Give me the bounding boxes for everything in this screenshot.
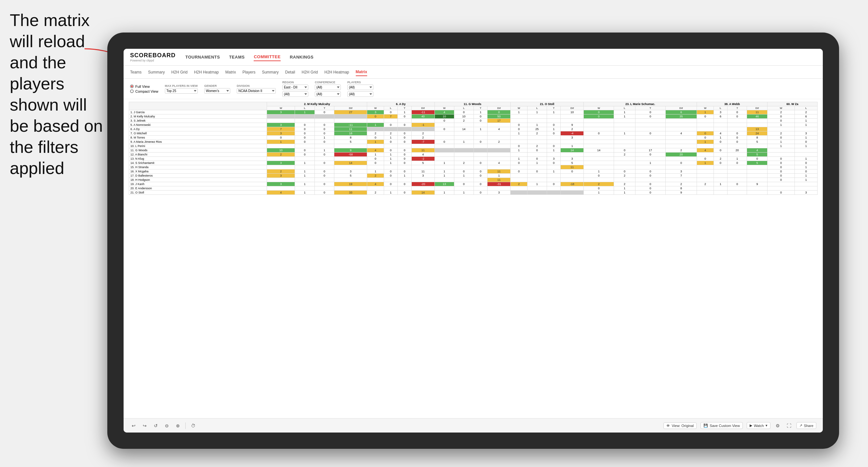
filter-players: Players (All) (All): [347, 81, 373, 97]
region-select[interactable]: East - DII: [282, 85, 308, 90]
nav-tournaments[interactable]: TOURNAMENTS: [185, 53, 220, 61]
matrix-table: 2. M Kelly Mulcahy 6. A Dy 11. G Woods 2…: [129, 102, 817, 195]
table-row: 9. A Maria Jimenez Rios 1005 100-7 0102 …: [129, 140, 817, 144]
filter-gender: Gender Women's: [204, 84, 230, 94]
col-group-mulcahy: 2. M Kelly Mulcahy: [267, 102, 367, 106]
zoom-in-button[interactable]: ⊕: [174, 422, 182, 429]
players-sub-select[interactable]: (All): [347, 91, 373, 97]
subnav-h2h-heatmap1[interactable]: H2H Heatmap: [194, 69, 219, 76]
table-row: 13. N Klug 010-2 1033 0210 01: [129, 157, 817, 161]
sh-dif4: Dif: [561, 106, 584, 110]
region-sub-select[interactable]: (All): [282, 91, 308, 97]
nav-rankings[interactable]: RANKINGS: [290, 53, 313, 61]
fullscreen-icon[interactable]: ⛶: [785, 422, 793, 429]
table-row: 11. G Woods 10019 40011 10114 140172 402…: [129, 148, 817, 153]
tablet-screen: SCOREBOARD Powered by clippd TOURNAMENTS…: [124, 49, 823, 433]
table-row: 20. E Andersson 0108: [129, 186, 817, 191]
watch-button[interactable]: ▶ Watch ▾: [747, 422, 770, 429]
compact-view-dot: [130, 89, 134, 93]
table-row: 7. O Mitchell 30018 2202 120-4 0104 0402…: [129, 131, 817, 135]
table-row: 18. H Hodgson 11 01: [129, 178, 817, 182]
nav-items: TOURNAMENTS TEAMS COMMITTEE RANKINGS: [185, 53, 313, 61]
sh-w1: W: [267, 106, 295, 110]
sub-nav: Teams Summary H2H Grid H2H Heatmap Matri…: [124, 66, 823, 79]
col-group-ady: 6. A Dy: [367, 102, 434, 106]
redo-button[interactable]: ↪: [141, 422, 148, 429]
table-row: 3. S Jelinek 02017 01: [129, 119, 817, 123]
compact-view-radio[interactable]: Compact View: [130, 89, 158, 93]
refresh-button[interactable]: ↺: [152, 422, 159, 429]
table-row: 1. J Garcia 31027 301-11 4010 11110 0106…: [129, 110, 817, 115]
col-group-webb: 38. A Webb: [697, 102, 768, 106]
gender-select[interactable]: Women's: [204, 88, 230, 94]
subnav-matrix2[interactable]: Matrix: [356, 68, 367, 76]
subnav-h2h-grid1[interactable]: H2H Grid: [172, 69, 188, 76]
nav-teams[interactable]: TEAMS: [229, 53, 245, 61]
subnav-teams[interactable]: Teams: [130, 69, 142, 76]
region-label: Region: [282, 81, 308, 84]
zoom-out-button[interactable]: ⊖: [163, 422, 170, 429]
table-row: 17. D Ballesteros 3105 2013 1101 0207 01: [129, 174, 817, 178]
share-icon: ↗: [799, 424, 802, 428]
conference-select[interactable]: (All): [315, 85, 341, 90]
players-select[interactable]: (All): [347, 85, 373, 90]
subnav-players[interactable]: Players: [242, 69, 255, 76]
full-view-radio[interactable]: Full View: [130, 85, 158, 89]
gender-label: Gender: [204, 84, 230, 88]
sh-t3: T: [473, 106, 488, 110]
share-label: Share: [804, 424, 813, 428]
share-button[interactable]: ↗ Share: [797, 422, 816, 429]
table-row: 6. A Dy 70011 01414 02512 13: [129, 127, 817, 131]
sh-l7: L: [795, 106, 817, 110]
sh-t2: T: [398, 106, 412, 110]
watch-icon: ▶: [750, 424, 752, 428]
sh-t4: T: [547, 106, 561, 110]
sh-w2: W: [367, 106, 384, 110]
filter-division: Division NCAA Division II: [237, 84, 276, 94]
undo-button[interactable]: ↩: [130, 422, 137, 429]
sh-dif3: Dif: [488, 106, 510, 110]
filter-conference: Conference (All) (All): [315, 81, 341, 97]
sh-l1: L: [295, 106, 315, 110]
settings-icon[interactable]: ⚙: [774, 422, 781, 429]
col-group-woods: 11. G Woods: [434, 102, 510, 106]
view-original-button[interactable]: 👁 View: Original: [663, 423, 696, 429]
subnav-summary1[interactable]: Summary: [148, 69, 164, 76]
matrix-wrapper: 2. M Kelly Mulcahy 6. A Dy 11. G Woods 2…: [124, 99, 823, 197]
conference-sub-select[interactable]: (All): [315, 91, 341, 97]
col-group-stoll: 21. O Stoll: [510, 102, 584, 106]
logo-sub: Powered by clippd: [130, 59, 176, 62]
sh-l6: L: [714, 106, 727, 110]
table-row: 14. S Srichantamit 31014 0105 1204 0105 …: [129, 161, 817, 165]
watch-label: Watch: [754, 424, 764, 428]
subnav-summary2[interactable]: Summary: [262, 69, 278, 76]
sh-w4: W: [510, 106, 527, 110]
nav-committee[interactable]: COMMITTEE: [254, 53, 281, 61]
subnav-h2h-heatmap2[interactable]: H2H Heatmap: [324, 69, 349, 76]
subnav-detail[interactable]: Detail: [285, 69, 295, 76]
table-row: 16. X Mcgaha 2103 10011 10011 0010 1003 …: [129, 169, 817, 174]
sh-dif1: Dif: [334, 106, 367, 110]
main-content: 2. M Kelly Mulcahy 6. A Dy 11. G Woods 2…: [124, 99, 823, 418]
subnav-matrix1[interactable]: Matrix: [225, 69, 236, 76]
sh-dif6: Dif: [747, 106, 768, 110]
sh-w5: W: [584, 106, 614, 110]
table-row: 10. L Perini 0201 11: [129, 144, 817, 148]
filter-row: Full View Compact View Max players in vi…: [124, 79, 823, 99]
sh-l2: L: [384, 106, 398, 110]
save-custom-label: Save Custom View: [710, 424, 740, 428]
view-original-icon: 👁: [666, 424, 670, 428]
conference-label: Conference: [315, 81, 341, 84]
subnav-h2h-grid2[interactable]: H2H Grid: [302, 69, 318, 76]
division-select[interactable]: NCAA Division II: [237, 88, 276, 94]
col-group-za: 60. W Za: [767, 102, 817, 106]
logo-area: SCOREBOARD Powered by clippd: [130, 52, 176, 62]
sh-w7: W: [767, 106, 795, 110]
sh-l5: L: [614, 106, 636, 110]
sh-l4: L: [527, 106, 547, 110]
save-custom-button[interactable]: 💾 Save Custom View: [701, 422, 743, 429]
table-row: 15. H Stranda 11 01: [129, 165, 817, 169]
bottom-toolbar: ↩ ↪ ↺ ⊖ ⊕ ⏱ 👁 View: Original 💾 Save Cust…: [124, 418, 823, 433]
table-row: 5. A Nomrowski 300-11 100-1 0109 11: [129, 123, 817, 127]
max-players-select[interactable]: Top 25: [165, 88, 198, 94]
